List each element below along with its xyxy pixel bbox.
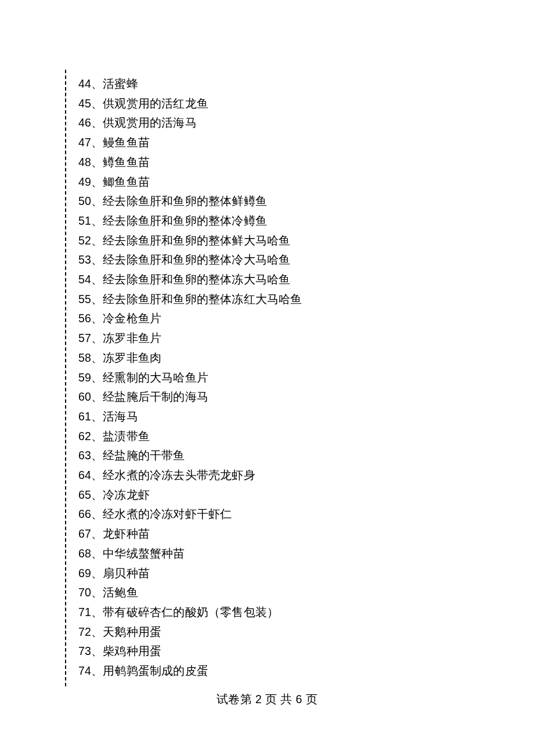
page-footer: 试卷第 2 页 共 6 页 [0, 692, 534, 707]
list-item: 52、经去除鱼肝和鱼卵的整体鲜大马哈鱼 [78, 231, 534, 251]
list-item-text: 中华绒螯蟹种苗 [103, 547, 185, 560]
list-item-number: 49、 [78, 175, 103, 188]
list-item-number: 48、 [78, 156, 103, 168]
numbered-list: 44、活蜜蜂45、供观赏用的活红龙鱼46、供观赏用的活海马47、鳗鱼鱼苗48、鳟… [78, 74, 534, 681]
list-item: 74、用鹌鹑蛋制成的皮蛋 [78, 661, 534, 681]
list-item-text: 鳗鱼鱼苗 [103, 136, 150, 149]
list-item-text: 经去除鱼肝和鱼卵的整体冷大马哈鱼 [103, 253, 290, 266]
list-item-text: 经去除鱼肝和鱼卵的整体冷鳟鱼 [103, 214, 267, 227]
list-item-number: 51、 [78, 214, 103, 227]
list-item: 67、龙虾种苗 [78, 524, 534, 544]
list-item: 62、盐渍带鱼 [78, 427, 534, 447]
list-item: 71、带有破碎杏仁的酸奶（零售包装） [78, 603, 534, 622]
list-item-text: 经水煮的冷冻去头带壳龙虾身 [103, 469, 255, 481]
list-item-number: 52、 [78, 234, 103, 247]
list-item-text: 龙虾种苗 [103, 527, 150, 540]
list-item-number: 57、 [78, 332, 103, 344]
list-item: 60、经盐腌后干制的海马 [78, 387, 534, 407]
footer-middle: 页 共 [262, 693, 295, 705]
list-item: 56、冷金枪鱼片 [78, 309, 534, 329]
list-item-number: 54、 [78, 273, 103, 286]
list-item: 45、供观赏用的活红龙鱼 [78, 94, 534, 114]
list-item-number: 63、 [78, 449, 103, 462]
page: 44、活蜜蜂45、供观赏用的活红龙鱼46、供观赏用的活海马47、鳗鱼鱼苗48、鳟… [0, 0, 534, 756]
list-item-text: 冻罗非鱼肉 [103, 351, 161, 364]
list-item-text: 活蜜蜂 [103, 77, 138, 90]
list-item-text: 鳟鱼鱼苗 [103, 156, 150, 168]
list-item-text: 经去除鱼肝和鱼卵的整体鲜大马哈鱼 [103, 234, 290, 247]
list-item-text: 经去除鱼肝和鱼卵的整体鲜鳟鱼 [103, 195, 267, 207]
list-item: 47、鳗鱼鱼苗 [78, 133, 534, 153]
list-item-number: 61、 [78, 410, 103, 423]
list-item: 68、中华绒螯蟹种苗 [78, 544, 534, 564]
footer-suffix: 页 [302, 693, 317, 705]
list-item: 44、活蜜蜂 [78, 74, 534, 94]
footer-page-number: 2 [255, 693, 262, 705]
footer-prefix: 试卷第 [217, 693, 255, 705]
list-item: 51、经去除鱼肝和鱼卵的整体冷鳟鱼 [78, 211, 534, 231]
list-item-text: 盐渍带鱼 [103, 430, 150, 442]
list-item: 72、天鹅种用蛋 [78, 622, 534, 642]
list-item-text: 活海马 [103, 410, 138, 423]
list-item-number: 62、 [78, 430, 103, 442]
list-item-text: 活鲍鱼 [103, 586, 138, 599]
list-item: 70、活鲍鱼 [78, 583, 534, 603]
binding-margin-line [65, 70, 66, 686]
list-item-number: 71、 [78, 606, 103, 618]
list-item-number: 65、 [78, 488, 103, 501]
list-item: 64、经水煮的冷冻去头带壳龙虾身 [78, 466, 534, 485]
list-item: 66、经水煮的冷冻对虾干虾仁 [78, 505, 534, 524]
list-item: 57、冻罗非鱼片 [78, 329, 534, 348]
list-item-text: 鲫鱼鱼苗 [103, 175, 150, 188]
list-item-text: 经盐腌后干制的海马 [103, 390, 208, 403]
list-item-text: 用鹌鹑蛋制成的皮蛋 [103, 664, 208, 677]
list-item-text: 经盐腌的干带鱼 [103, 449, 185, 462]
list-item-text: 经水煮的冷冻对虾干虾仁 [103, 507, 232, 520]
list-item: 61、活海马 [78, 407, 534, 427]
list-item-number: 59、 [78, 371, 103, 384]
list-item: 48、鳟鱼鱼苗 [78, 153, 534, 172]
list-item: 63、经盐腌的干带鱼 [78, 446, 534, 466]
list-item-number: 67、 [78, 527, 103, 540]
list-item-number: 45、 [78, 97, 103, 110]
list-item-number: 55、 [78, 293, 103, 305]
list-item-number: 56、 [78, 312, 103, 325]
list-item-text: 经去除鱼肝和鱼卵的整体冻红大马哈鱼 [103, 293, 302, 305]
list-item: 54、经去除鱼肝和鱼卵的整体冻大马哈鱼 [78, 270, 534, 290]
list-item-number: 68、 [78, 547, 103, 560]
list-item-text: 经去除鱼肝和鱼卵的整体冻大马哈鱼 [103, 273, 290, 286]
list-item-text: 柴鸡种用蛋 [103, 645, 161, 657]
list-item-number: 60、 [78, 390, 103, 403]
list-item: 65、冷冻龙虾 [78, 485, 534, 505]
list-item: 73、柴鸡种用蛋 [78, 642, 534, 661]
list-item-number: 47、 [78, 136, 103, 149]
footer-total-pages: 6 [296, 693, 302, 705]
list-item-number: 70、 [78, 586, 103, 599]
list-item: 49、鲫鱼鱼苗 [78, 172, 534, 192]
list-item-number: 44、 [78, 77, 103, 90]
list-item-text: 冷金枪鱼片 [103, 312, 161, 325]
list-item-number: 69、 [78, 567, 103, 579]
list-item-number: 73、 [78, 645, 103, 657]
list-item-number: 72、 [78, 625, 103, 638]
list-item-number: 74、 [78, 664, 103, 677]
list-item-text: 供观赏用的活海马 [103, 116, 197, 129]
list-item-number: 46、 [78, 116, 103, 129]
list-item: 50、经去除鱼肝和鱼卵的整体鲜鳟鱼 [78, 192, 534, 211]
list-item-text: 经熏制的大马哈鱼片 [103, 371, 208, 384]
list-item-text: 冻罗非鱼片 [103, 332, 161, 344]
list-item-number: 58、 [78, 351, 103, 364]
list-item: 55、经去除鱼肝和鱼卵的整体冻红大马哈鱼 [78, 290, 534, 309]
list-item: 59、经熏制的大马哈鱼片 [78, 368, 534, 388]
list-item-text: 天鹅种用蛋 [103, 625, 161, 638]
list-item-number: 53、 [78, 253, 103, 266]
list-item-text: 冷冻龙虾 [103, 488, 150, 501]
list-item: 53、经去除鱼肝和鱼卵的整体冷大马哈鱼 [78, 250, 534, 270]
list-item: 58、冻罗非鱼肉 [78, 348, 534, 368]
list-item-text: 供观赏用的活红龙鱼 [103, 97, 208, 110]
list-item-number: 66、 [78, 507, 103, 520]
list-item-number: 50、 [78, 195, 103, 207]
list-item-text: 扇贝种苗 [103, 567, 150, 579]
list-item-text: 带有破碎杏仁的酸奶（零售包装） [103, 606, 279, 618]
list-item-number: 64、 [78, 469, 103, 481]
